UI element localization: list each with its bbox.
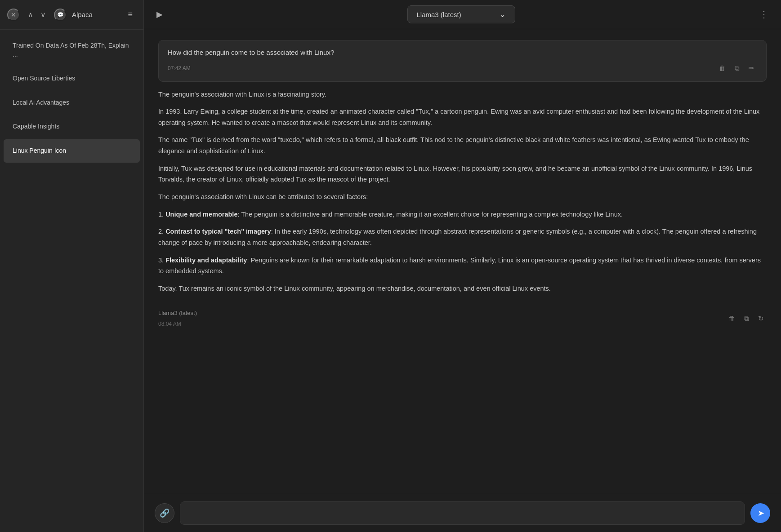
sidebar-items-list: Trained On Data As Of Feb 28Th, Explain … <box>0 30 143 532</box>
sidebar-toggle-icon: ▶ <box>156 10 163 19</box>
refresh-ai-message-button[interactable]: ↻ <box>755 313 767 324</box>
chat-input[interactable] <box>180 501 745 525</box>
copy-ai-message-button[interactable]: ⧉ <box>741 313 752 324</box>
delete-icon: 🗑 <box>719 64 726 72</box>
chat-icon-button[interactable]: 💬 <box>54 9 67 21</box>
sidebar-nav: ∧ ∨ <box>25 9 49 21</box>
point-1-num: 1. <box>158 211 165 218</box>
user-message-actions: 🗑 ⧉ ✏ <box>716 62 757 74</box>
chat-icon: 💬 <box>57 12 64 18</box>
attach-button[interactable]: 🔗 <box>155 503 174 523</box>
ai-para-1: The penguin's association with Linux is … <box>158 89 767 100</box>
close-icon: ✕ <box>11 11 16 18</box>
model-name-label: Llama3 (latest) <box>417 11 461 18</box>
edit-icon: ✏ <box>749 64 754 72</box>
nav-up-button[interactable]: ∧ <box>25 9 36 21</box>
up-icon: ∧ <box>28 11 33 18</box>
topbar: ▶ Llama3 (latest) ⌄ ⋮ <box>144 0 781 29</box>
main-content: ▶ Llama3 (latest) ⌄ ⋮ How did the pengui… <box>144 0 781 532</box>
chat-area: How did the penguin come to be associate… <box>144 29 781 494</box>
chevron-down-icon: ⌄ <box>499 9 506 19</box>
ai-response: The penguin's association with Linux is … <box>158 89 767 328</box>
ai-para-3: The name "Tux" is derived from the word … <box>158 134 767 156</box>
ai-model-info: Llama3 (latest) 08:04 AM <box>158 308 197 328</box>
delete-user-message-button[interactable]: 🗑 <box>716 62 728 74</box>
copy-icon: ⧉ <box>735 64 740 72</box>
sidebar-menu-button[interactable]: ≡ <box>124 8 136 21</box>
point-1-rest: : The penguin is a distinctive and memor… <box>237 211 623 218</box>
ai-point-2: 2. Contrast to typical "tech" imagery: I… <box>158 226 767 248</box>
ai-para-2: In 1993, Larry Ewing, a college student … <box>158 106 767 128</box>
sidebar-model-name: Alpaca <box>72 11 119 18</box>
copy-ai-icon: ⧉ <box>744 315 749 322</box>
user-message: How did the penguin come to be associate… <box>158 40 767 82</box>
ai-para-5: The penguin's association with Linux can… <box>158 191 767 203</box>
point-1-bold: Unique and memorable <box>165 211 237 218</box>
ai-point-3: 3. Flexibility and adaptability: Penguin… <box>158 255 767 277</box>
delete-ai-message-button[interactable]: 🗑 <box>726 313 738 324</box>
point-3-num: 3. <box>158 257 165 264</box>
edit-user-message-button[interactable]: ✏ <box>746 62 757 74</box>
down-icon: ∨ <box>40 11 46 18</box>
user-message-time: 07:42 AM <box>168 65 191 71</box>
user-message-footer: 07:42 AM 🗑 ⧉ ✏ <box>168 62 757 74</box>
sidebar-item-1[interactable]: Trained On Data As Of Feb 28Th, Explain … <box>4 34 140 66</box>
ai-point-1: 1. Unique and memorable: The penguin is … <box>158 209 767 220</box>
input-area: 🔗 ➤ <box>144 494 781 532</box>
sidebar: ✕ ∧ ∨ 💬 Alpaca ≡ Trained On Data As Of F… <box>0 0 144 532</box>
ai-model-name: Llama3 (latest) <box>158 308 197 318</box>
attach-icon: 🔗 <box>160 508 170 518</box>
nav-down-button[interactable]: ∨ <box>38 9 49 21</box>
point-2-bold: Contrast to typical "tech" imagery <box>165 228 271 235</box>
model-dropdown[interactable]: Llama3 (latest) ⌄ <box>407 5 515 23</box>
sidebar-item-5[interactable]: Linux Penguin Icon <box>4 139 140 163</box>
ai-message-actions: 🗑 ⧉ ↻ <box>726 313 767 324</box>
sidebar-header: ✕ ∧ ∨ 💬 Alpaca ≡ <box>0 0 143 30</box>
model-selector: Llama3 (latest) ⌄ <box>172 5 750 23</box>
ai-response-time: 08:04 AM <box>158 319 197 328</box>
ai-response-footer: Llama3 (latest) 08:04 AM 🗑 ⧉ ↻ <box>158 303 767 328</box>
sidebar-toggle-button[interactable]: ▶ <box>153 7 166 22</box>
user-message-text: How did the penguin come to be associate… <box>168 48 757 58</box>
ai-para-6: Today, Tux remains an iconic symbol of t… <box>158 283 767 294</box>
refresh-icon: ↻ <box>758 315 764 322</box>
more-icon: ⋮ <box>759 9 768 19</box>
close-button[interactable]: ✕ <box>7 9 20 21</box>
point-3-bold: Flexibility and adaptability <box>165 257 247 264</box>
point-3-rest: : Penguins are known for their remarkabl… <box>158 257 761 275</box>
menu-icon: ≡ <box>128 10 133 19</box>
copy-user-message-button[interactable]: ⧉ <box>732 62 742 74</box>
sidebar-item-3[interactable]: Local Ai Advantages <box>4 91 140 115</box>
point-2-num: 2. <box>158 228 165 235</box>
sidebar-item-4[interactable]: Capable Insights <box>4 115 140 138</box>
more-options-button[interactable]: ⋮ <box>756 6 772 22</box>
delete-ai-icon: 🗑 <box>728 315 735 322</box>
send-icon: ➤ <box>758 508 764 518</box>
sidebar-item-2[interactable]: Open Source Liberties <box>4 67 140 90</box>
send-button[interactable]: ➤ <box>750 503 770 523</box>
ai-para-4: Initially, Tux was designed for use in e… <box>158 163 767 185</box>
